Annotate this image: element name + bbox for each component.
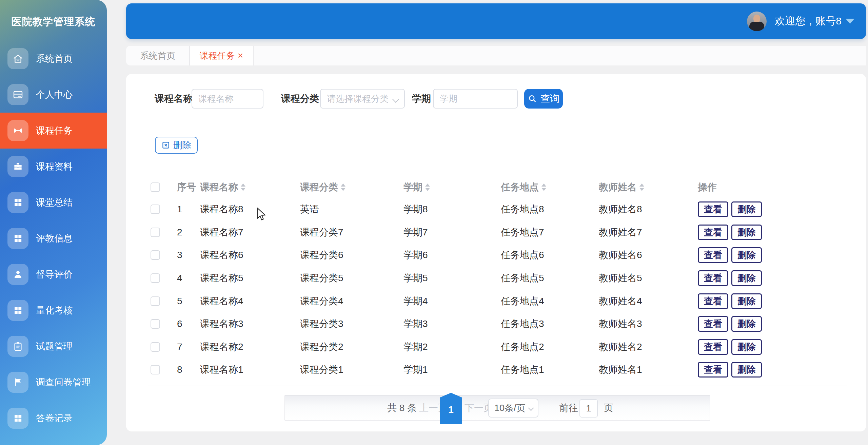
cell-location: 任务地点6 bbox=[501, 244, 544, 267]
sidebar-item-home[interactable]: 系统首页 bbox=[0, 41, 107, 77]
sort-carets-icon[interactable] bbox=[341, 183, 346, 191]
view-button[interactable]: 查看 bbox=[698, 339, 728, 355]
close-icon[interactable]: × bbox=[238, 51, 243, 60]
column-header-label: 课程名称 bbox=[200, 176, 238, 198]
sidebar-item-question-bank[interactable]: 试题管理 bbox=[0, 328, 107, 364]
sidebar-item-course-material[interactable]: 课程资料 bbox=[0, 149, 107, 185]
view-button[interactable]: 查看 bbox=[698, 316, 728, 332]
row-checkbox[interactable] bbox=[151, 228, 160, 237]
course-category-select[interactable]: 请选择课程分类 bbox=[320, 89, 405, 109]
cell-term: 学期7 bbox=[403, 221, 428, 244]
row-checkbox[interactable] bbox=[151, 296, 160, 306]
cell-category: 课程分类3 bbox=[300, 312, 343, 335]
sidebar-item-label: 量化考核 bbox=[36, 304, 73, 316]
sort-carets-icon[interactable] bbox=[425, 183, 430, 191]
search-icon bbox=[528, 94, 537, 103]
table-row: 4课程名称5课程分类5学期5任务地点5教师姓名5查看删除 bbox=[126, 267, 866, 290]
cell-location: 任务地点3 bbox=[501, 312, 544, 335]
sidebar-item-label: 课程资料 bbox=[36, 160, 73, 173]
row-checkbox[interactable] bbox=[151, 342, 160, 352]
flag-icon bbox=[7, 372, 28, 393]
briefcase-icon bbox=[7, 156, 28, 177]
delete-button[interactable]: 删除 bbox=[731, 339, 762, 355]
cell-index: 1 bbox=[177, 198, 182, 221]
sidebar-item-course-task[interactable]: 课程任务 bbox=[0, 113, 107, 149]
view-button[interactable]: 查看 bbox=[698, 293, 728, 309]
view-button[interactable]: 查看 bbox=[698, 247, 728, 263]
row-checkbox[interactable] bbox=[151, 319, 160, 329]
row-checkbox[interactable] bbox=[151, 205, 160, 214]
tab-label: 系统首页 bbox=[140, 50, 175, 62]
search-button[interactable]: 查询 bbox=[524, 89, 563, 109]
table-row: 8课程名称1课程分类1学期1任务地点1教师姓名1查看删除 bbox=[126, 358, 866, 381]
term-input[interactable] bbox=[433, 89, 518, 109]
sidebar-item-profile[interactable]: 个人中心 bbox=[0, 77, 107, 113]
sidebar-item-survey-management[interactable]: 调查问卷管理 bbox=[0, 364, 107, 400]
page-size-select[interactable]: 10条/页 bbox=[488, 399, 538, 418]
cell-term: 学期1 bbox=[403, 358, 428, 381]
top-header: 欢迎您，账号8 bbox=[126, 3, 866, 39]
user-menu[interactable]: 欢迎您，账号8 bbox=[747, 3, 854, 39]
tab-bar: 系统首页课程任务× bbox=[126, 46, 866, 65]
cell-index: 5 bbox=[177, 290, 182, 313]
course-category-placeholder: 请选择课程分类 bbox=[327, 93, 389, 105]
view-button[interactable]: 查看 bbox=[698, 362, 728, 378]
current-page-button[interactable]: 1 bbox=[440, 393, 462, 424]
cell-category: 英语 bbox=[300, 198, 319, 221]
column-header-2[interactable]: 课程名称 bbox=[200, 176, 245, 198]
sidebar-item-label: 课堂总结 bbox=[36, 196, 73, 209]
column-header-5[interactable]: 任务地点 bbox=[501, 176, 546, 198]
sidebar-item-label: 评教信息 bbox=[36, 232, 73, 245]
view-button[interactable]: 查看 bbox=[698, 270, 728, 286]
delete-box-icon bbox=[161, 141, 170, 150]
cell-category: 课程分类7 bbox=[300, 221, 343, 244]
sort-carets-icon[interactable] bbox=[241, 183, 245, 191]
goto-page-input[interactable] bbox=[579, 399, 598, 418]
delete-button[interactable]: 删除 bbox=[731, 270, 762, 286]
table-row: 6课程名称3课程分类3学期3任务地点3教师姓名3查看删除 bbox=[126, 312, 866, 335]
chevron-down-icon bbox=[846, 19, 854, 24]
cell-location: 任务地点5 bbox=[501, 267, 544, 290]
ticket-icon bbox=[7, 120, 28, 141]
select-all-checkbox[interactable] bbox=[151, 182, 160, 192]
view-button[interactable]: 查看 bbox=[698, 201, 728, 217]
app-title: 医院教学管理系统 bbox=[0, 15, 107, 29]
pagination-bar: 共 8 条 上一页 1 下一页 10条/页 前往 页 bbox=[284, 395, 710, 421]
bulk-delete-button[interactable]: 删除 bbox=[155, 137, 198, 154]
column-header-4[interactable]: 学期 bbox=[403, 176, 430, 198]
row-checkbox[interactable] bbox=[151, 365, 160, 374]
column-header-label: 教师姓名 bbox=[599, 176, 637, 198]
course-category-label: 课程分类 bbox=[281, 89, 319, 109]
sort-carets-icon[interactable] bbox=[639, 183, 644, 191]
sidebar-item-supervision-review[interactable]: 督导评价 bbox=[0, 256, 107, 292]
delete-button[interactable]: 删除 bbox=[731, 225, 762, 240]
delete-button[interactable]: 删除 bbox=[731, 316, 762, 332]
cell-name: 课程名称7 bbox=[200, 221, 243, 244]
sidebar-item-answer-records[interactable]: 答卷记录 bbox=[0, 400, 107, 436]
column-header-6[interactable]: 教师姓名 bbox=[599, 176, 644, 198]
column-header-3[interactable]: 课程分类 bbox=[300, 176, 346, 198]
sidebar-item-label: 试题管理 bbox=[36, 340, 73, 352]
tab-course-task[interactable]: 课程任务× bbox=[190, 46, 254, 65]
grid-icon bbox=[7, 408, 28, 429]
delete-button[interactable]: 删除 bbox=[731, 201, 762, 217]
row-checkbox[interactable] bbox=[151, 250, 160, 260]
sidebar-item-quantitative-assessment[interactable]: 量化考核 bbox=[0, 292, 107, 328]
cell-location: 任务地点2 bbox=[501, 335, 544, 359]
course-name-label: 课程名称 bbox=[155, 89, 193, 109]
row-checkbox[interactable] bbox=[151, 273, 160, 283]
sidebar-item-evaluation-info[interactable]: 评教信息 bbox=[0, 220, 107, 256]
delete-button[interactable]: 删除 bbox=[731, 293, 762, 309]
sidebar-item-class-summary[interactable]: 课堂总结 bbox=[0, 185, 107, 220]
delete-button[interactable]: 删除 bbox=[731, 247, 762, 263]
sort-carets-icon[interactable] bbox=[541, 183, 546, 191]
chevron-down-icon bbox=[528, 405, 534, 411]
avatar bbox=[747, 12, 767, 31]
delete-button[interactable]: 删除 bbox=[731, 362, 762, 378]
cell-teacher: 教师姓名5 bbox=[599, 267, 642, 290]
table-row: 7课程名称2课程分类2学期2任务地点2教师姓名2查看删除 bbox=[126, 335, 866, 359]
idcard-icon bbox=[7, 84, 28, 105]
tab-home[interactable]: 系统首页 bbox=[126, 46, 190, 65]
view-button[interactable]: 查看 bbox=[698, 225, 728, 240]
course-name-input[interactable] bbox=[192, 89, 263, 109]
